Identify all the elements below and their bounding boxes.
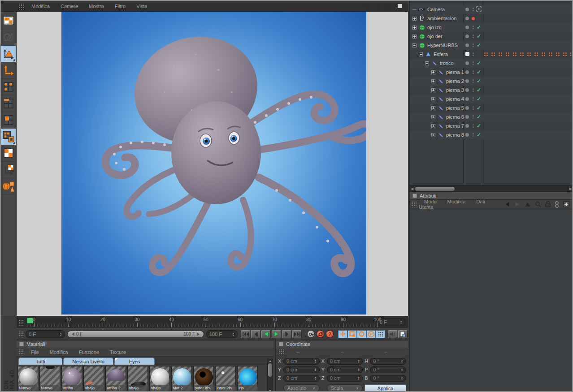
scale-x-input[interactable]: 0 cm▲▼ [327,358,363,365]
texture-axis-mode-button[interactable] [1,162,16,178]
keyframe-marker[interactable] [563,52,567,56]
attributes-menu-modifica[interactable]: Modifica [442,199,471,204]
layer-dot[interactable] [464,78,470,84]
expand-icon[interactable] [431,97,435,101]
spinner-arrows-icon[interactable]: ▲▼ [357,359,360,363]
record-rotation-toggle[interactable] [357,330,366,338]
range-right-arrow-icon[interactable] [196,332,200,336]
enable-state[interactable]: ✓ [476,24,482,30]
layer-dot[interactable] [464,114,470,120]
render-visibility-dot[interactable] [473,126,474,128]
enabled-check-icon[interactable]: ✓ [477,69,481,75]
render-visibility-dot[interactable] [473,108,474,110]
target-icon[interactable] [476,6,482,12]
collapse-icon[interactable] [425,61,429,65]
layer-color-dot[interactable] [465,106,469,110]
layer-dot[interactable] [464,16,470,21]
render-visibility-dot[interactable] [473,117,474,119]
spinner-arrows-icon[interactable]: ▲▼ [400,320,402,324]
editor-visibility-dot[interactable] [473,61,474,63]
record-position-toggle[interactable] [338,330,347,338]
tab-tutti[interactable]: Tutti [18,358,62,365]
scale-y-input[interactable]: 0 cm▲▼ [327,366,363,373]
layer-color-dot[interactable] [465,26,469,29]
rotation-p-input[interactable]: 0 °▲▼ [370,366,406,373]
keyframe-marker[interactable] [506,52,509,56]
layer-dot[interactable] [464,34,470,39]
edges-mode-button[interactable] [1,95,16,112]
scroll-thumb[interactable] [268,363,272,377]
play-forward-button[interactable] [272,330,281,338]
keyframe-marker[interactable] [534,52,538,56]
enable-state[interactable]: ✓ [476,87,482,93]
coordinate-mode-dropdown[interactable]: Assoluto ▼ [283,384,320,392]
viewport-move-icon[interactable] [363,2,371,10]
layer-color-dot[interactable] [465,88,469,92]
object-row-pierna-5[interactable]: pierna 5✓ [410,103,573,112]
expand-icon[interactable] [431,70,435,74]
keyframe-marker[interactable] [499,52,502,56]
layer-dot[interactable] [464,43,470,48]
object-row-pierna-7[interactable]: pierna 7✓ [410,121,573,130]
layer-color-dot[interactable] [465,124,469,128]
layout-button[interactable] [1,13,16,29]
editor-visibility-dot[interactable] [473,124,474,125]
material-item[interactable]: outer iris [193,366,215,391]
material-item[interactable]: inner iris [215,366,237,391]
layer-dot[interactable] [464,105,470,111]
visibility-toggles[interactable] [471,61,475,65]
enable-state[interactable]: ✓ [476,123,482,129]
tab-nessun-livello[interactable]: Nessun Livello [63,358,113,365]
record-parameter-toggle[interactable]: P [366,330,376,338]
enabled-check-icon[interactable]: ✓ [477,96,481,102]
object-row-pierna-6[interactable]: pierna 6✓ [410,112,573,121]
visibility-toggles[interactable] [471,43,475,47]
scroll-down-icon[interactable]: ▼ [269,389,272,392]
render-visibility-dot[interactable] [473,37,474,38]
visibility-toggles[interactable] [471,8,475,11]
spinner-arrows-icon[interactable]: ▲▼ [401,359,403,363]
play-backward-button[interactable] [261,330,271,338]
timeline-grip[interactable] [18,319,24,326]
layer-dot[interactable] [464,132,470,138]
material-item[interactable]: Mat.2 [171,366,193,391]
spinner-arrows-icon[interactable]: ▲▼ [401,376,403,380]
layer-dot[interactable] [464,123,470,129]
end-frame-spinner[interactable]: 100 F ▲▼ [206,330,238,338]
red-state-dot[interactable] [472,17,475,20]
visibility-toggles[interactable] [471,106,475,110]
spinner-arrows-icon[interactable]: ▲▼ [314,359,317,363]
layer-dot[interactable] [464,69,470,75]
editor-visibility-dot[interactable] [473,8,474,9]
enabled-check-icon[interactable]: ✓ [477,123,481,129]
visibility-toggles[interactable] [471,34,475,38]
render-visibility-dot[interactable] [473,73,474,74]
visibility-toggles[interactable] [471,79,475,83]
layer-color-dot[interactable] [465,61,469,65]
autokey-button[interactable] [317,330,324,338]
previous-frame-button[interactable] [251,330,260,338]
editor-visibility-dot[interactable] [473,26,474,27]
expand-icon[interactable] [431,115,435,119]
enable-state[interactable] [476,6,482,13]
render-visibility-dot[interactable] [473,135,474,137]
material-item[interactable]: arriba 2 [105,366,127,391]
layer-dot[interactable] [464,7,470,12]
search-icon[interactable] [535,201,541,207]
playhead-spinner[interactable]: 0 F ▲▼ [26,330,65,338]
spinner-arrows-icon[interactable]: ▲▼ [314,368,317,371]
render-visibility-dot[interactable] [473,28,474,29]
expand-icon[interactable] [412,26,417,30]
keyframe-marker[interactable] [549,52,552,56]
enabled-check-icon[interactable]: ✓ [477,24,481,30]
object-row-camera[interactable]: Camera [410,5,573,14]
viewport[interactable] [17,12,408,316]
goto-start-button[interactable] [241,330,250,338]
record-pla-toggle[interactable] [376,330,385,338]
enable-state[interactable]: ✓ [476,114,482,120]
menu-camere[interactable]: Camere [55,4,83,9]
goto-end-button[interactable] [292,330,302,338]
layer-color-dot[interactable] [465,97,469,101]
collapse-icon[interactable] [412,43,417,47]
enabled-check-icon[interactable]: ✓ [477,132,481,138]
